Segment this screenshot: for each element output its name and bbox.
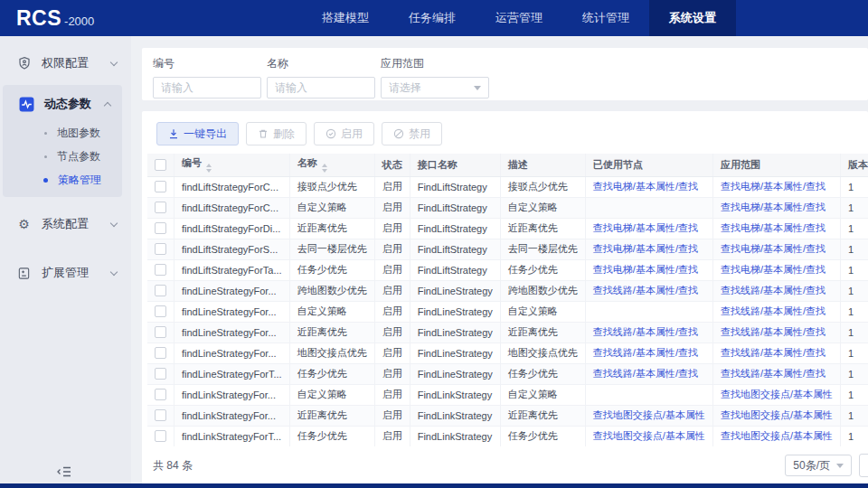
- scope-link[interactable]: 查找电梯/基本属性/查找: [721, 264, 826, 275]
- nodes-link[interactable]: 查找电梯/基本属性/查找: [593, 264, 698, 275]
- cell-iface: FindLineStrategy: [410, 301, 500, 322]
- column-header-id[interactable]: 编号: [175, 154, 290, 176]
- cell-name: 自定义策略: [289, 301, 374, 322]
- cell-status: 启用: [374, 363, 410, 384]
- nav-item-3[interactable]: 统计管理: [562, 0, 649, 36]
- row-checkbox[interactable]: [155, 181, 166, 192]
- nav-item-1[interactable]: 任务编排: [389, 0, 476, 36]
- chevron-down-icon: [110, 267, 118, 275]
- cell-scope: 查找地图交接点/基本属性: [712, 426, 840, 446]
- cell-desc: 近距离优先: [500, 322, 585, 343]
- prev-page-button[interactable]: ‹: [859, 454, 868, 477]
- scope-select[interactable]: 请选择: [381, 77, 489, 99]
- enable-button[interactable]: 启用: [314, 122, 374, 145]
- cell-status: 启用: [374, 218, 410, 239]
- cell-iface: FindLiftStrategy: [410, 197, 500, 218]
- nodes-link[interactable]: 查找线路/基本属性/查找: [593, 347, 698, 358]
- sidebar-item-label: 权限配置: [42, 55, 89, 71]
- select-all-checkbox[interactable]: [155, 159, 166, 171]
- scope-link[interactable]: 查找线路/基本属性/查找: [721, 347, 826, 358]
- sidebar-subitem-map-params[interactable]: 地图参数: [3, 121, 122, 145]
- nodes-link[interactable]: 查找电梯/基本属性/查找: [593, 181, 698, 192]
- sidebar-item-system-config[interactable]: ⚙ 系统配置: [0, 206, 131, 242]
- nodes-link[interactable]: 查找线路/基本属性/查找: [593, 326, 698, 337]
- nodes-link[interactable]: 查找地图交接点/基本属性: [593, 430, 705, 441]
- nodes-link[interactable]: 查找电梯/基本属性/查找: [593, 222, 698, 233]
- cell-iface: FindLinkStrategy: [410, 426, 500, 446]
- scope-link[interactable]: 查找电梯/基本属性/查找: [721, 202, 826, 212]
- scope-link[interactable]: 查找线路/基本属性/查找: [721, 368, 826, 379]
- sort-carets-icon[interactable]: [322, 164, 327, 173]
- cell-id: findLineStrategyFor...: [175, 343, 290, 363]
- export-button[interactable]: 一键导出: [156, 122, 239, 145]
- cell-status: 启用: [374, 176, 410, 197]
- sidebar-item-permission[interactable]: 权限配置: [0, 45, 131, 81]
- cell-status: 启用: [374, 322, 410, 343]
- scope-link[interactable]: 查找地图交接点/基本属性: [721, 430, 833, 441]
- row-checkbox-cell: [147, 176, 175, 197]
- scope-link[interactable]: 查找电梯/基本属性/查找: [721, 222, 826, 233]
- cell-scope: 查找电梯/基本属性/查找: [712, 259, 840, 280]
- row-checkbox[interactable]: [155, 409, 166, 421]
- cell-id: findLineStrategyFor...: [175, 280, 290, 301]
- scope-link[interactable]: 查找线路/基本属性/查找: [721, 326, 826, 337]
- cell-scope: 查找线路/基本属性/查找: [712, 363, 840, 384]
- sidebar: 权限配置 动态参数 地图参数: [0, 36, 131, 488]
- name-filter-input[interactable]: [267, 77, 375, 99]
- sidebar-item-extension[interactable]: 扩展管理: [0, 255, 131, 291]
- scope-link[interactable]: 查找电梯/基本属性/查找: [721, 243, 826, 254]
- delete-button[interactable]: 删除: [246, 122, 307, 145]
- nodes-link[interactable]: 查找线路/基本属性/查找: [593, 285, 698, 296]
- scope-link[interactable]: 查找线路/基本属性/查找: [721, 305, 826, 316]
- column-header-iface: 接口名称: [410, 154, 500, 176]
- row-checkbox[interactable]: [155, 243, 166, 255]
- cell-id: findLinkStrategyForT...: [175, 426, 290, 446]
- row-checkbox[interactable]: [155, 305, 166, 317]
- cell-name: 近距离优先: [289, 322, 374, 343]
- row-checkbox[interactable]: [155, 389, 166, 400]
- cell-status: 启用: [374, 259, 410, 280]
- sidebar-subitem-strategy-management[interactable]: 策略管理: [3, 168, 122, 192]
- top-bar: RCS -2000 搭建模型任务编排运营管理统计管理系统设置: [0, 0, 868, 36]
- row-checkbox[interactable]: [155, 222, 166, 234]
- sort-carets-icon[interactable]: [206, 164, 212, 173]
- scope-link[interactable]: 查找地图交接点/基本属性: [721, 389, 833, 399]
- scope-link[interactable]: 查找地图交接点/基本属性: [721, 409, 833, 420]
- nav-item-2[interactable]: 运营管理: [476, 0, 562, 36]
- column-label: 版本号: [848, 159, 868, 170]
- cell-desc: 去同一楼层优先: [500, 239, 585, 259]
- row-checkbox[interactable]: [155, 202, 166, 213]
- row-checkbox[interactable]: [155, 285, 166, 296]
- nav-item-4[interactable]: 系统设置: [649, 0, 736, 36]
- scope-link[interactable]: 查找电梯/基本属性/查找: [721, 181, 826, 192]
- row-checkbox-cell: [147, 384, 175, 405]
- cell-version: 1: [840, 343, 868, 363]
- nodes-link[interactable]: 查找地图交接点/基本属性: [593, 409, 705, 420]
- row-checkbox[interactable]: [155, 347, 166, 359]
- cell-scope: 查找电梯/基本属性/查找: [712, 176, 840, 197]
- column-header-name[interactable]: 名称: [289, 154, 374, 176]
- sidebar-item-dynamic-params[interactable]: 动态参数: [3, 87, 122, 121]
- disable-button[interactable]: 禁用: [382, 122, 442, 145]
- row-checkbox-cell: [147, 363, 175, 384]
- cell-version: 1: [840, 239, 868, 259]
- nodes-link[interactable]: 查找线路/基本属性/查找: [593, 368, 698, 379]
- cell-nodes: [585, 384, 712, 405]
- row-checkbox[interactable]: [155, 264, 166, 276]
- row-checkbox[interactable]: [155, 368, 166, 380]
- sidebar-subitem-node-params[interactable]: 节点参数: [3, 145, 122, 168]
- nodes-link[interactable]: 查找电梯/基本属性/查找: [593, 243, 698, 254]
- page-size-select[interactable]: 50条/页: [785, 455, 852, 476]
- scope-link[interactable]: 查找线路/基本属性/查找: [721, 285, 826, 296]
- table-row: findLinkStrategyFor...近距离优先启用FindLinkStr…: [147, 405, 868, 426]
- row-checkbox[interactable]: [155, 430, 166, 442]
- cell-version: 1: [840, 197, 868, 218]
- cell-name: 近距离优先: [289, 218, 374, 239]
- id-filter-input[interactable]: [153, 77, 261, 99]
- menu-fold-icon[interactable]: [55, 465, 73, 479]
- cell-id: findLineStrategyForT...: [175, 363, 290, 384]
- row-checkbox[interactable]: [155, 326, 166, 338]
- cell-name: 去同一楼层优先: [289, 239, 374, 259]
- nav-item-0[interactable]: 搭建模型: [302, 0, 389, 36]
- cell-id: findLiftStrategyForC...: [175, 176, 290, 197]
